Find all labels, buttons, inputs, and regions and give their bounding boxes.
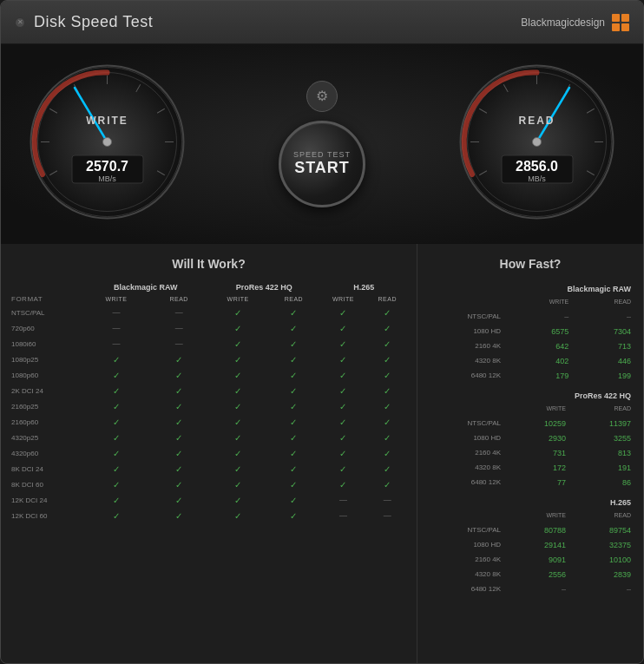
table-cell: ✓ [82,414,149,430]
table-row: 2K DCI 24✓✓✓✓✓✓ [10,383,408,398]
table-cell: ✓ [319,352,366,367]
table-cell: — [82,305,149,320]
table-cell: ✓ [267,383,319,398]
how-fast-group: H.265WRITEREADNTSC/PAL80788897541080 HD2… [426,493,634,596]
how-fast-row: 1080 HD65757304 [426,324,634,339]
table-cell: ✓ [319,414,366,430]
table-cell: ✓ [367,352,408,367]
column-header: WRITE [504,508,569,523]
table-cell: ✓ [149,430,207,445]
speed-value: 7304 [572,324,634,339]
how-fast-content: Blackmagic RAWWRITEREADNTSC/PAL––1080 HD… [426,279,634,596]
how-fast-table: Blackmagic RAWWRITEREADNTSC/PAL––1080 HD… [426,279,634,383]
start-button[interactable]: SPEED TEST START [279,121,365,207]
format-subheader: FORMAT [10,293,82,305]
table-cell: ✓ [208,461,268,477]
pr-write-header: WRITE [208,293,268,305]
row-label: 6480 12K [426,368,504,383]
table-row: 720p60——✓✓✓✓ [10,320,408,336]
row-label: 2160 4K [426,445,504,460]
speed-value: 2839 [569,567,634,582]
table-cell: ✓ [82,461,149,477]
table-cell: 2160p25 [10,398,82,414]
svg-text:WRITE: WRITE [86,115,128,127]
table-cell: ✓ [267,477,319,492]
speed-value: – [504,582,569,596]
speed-value: 80788 [504,523,569,537]
svg-point-32 [533,138,542,147]
speed-value: 89754 [569,523,634,537]
column-header: WRITE [504,401,569,416]
app-title: Disk Speed Test [34,13,153,31]
table-cell: ✓ [367,305,408,320]
speed-value: 86 [569,475,634,490]
table-cell: 2K DCI 24 [10,383,82,398]
format-header [10,279,82,293]
how-fast-row: 6480 12K–– [426,582,634,596]
row-label: 1080 HD [426,431,504,445]
table-cell: — [319,508,366,523]
close-button[interactable]: ✕ [15,17,25,28]
svg-text:2856.0: 2856.0 [516,159,558,174]
table-cell: ✓ [319,398,366,414]
table-cell: ✓ [267,320,319,336]
table-cell: ✓ [149,477,207,492]
speed-value: 402 [504,353,572,368]
how-fast-row: 1080 HD2914132375 [426,537,634,552]
table-cell: ✓ [267,336,319,352]
settings-button[interactable]: ⚙ [306,81,338,112]
table-cell: ✓ [208,336,268,352]
table-cell: — [82,336,149,352]
table-cell: ✓ [367,398,408,414]
table-cell: ✓ [267,492,319,508]
table-row: 4320p60✓✓✓✓✓✓ [10,445,408,461]
table-cell: — [367,492,408,508]
speed-value: 9091 [504,552,569,567]
group-name-label: Blackmagic RAW [426,279,634,294]
table-cell: — [149,336,207,352]
read-gauge: READ 2856.0 MB/s [457,62,617,226]
will-it-work-panel: Will It Work? Blackmagic RAW ProRes 422 … [1,244,417,663]
column-header: READ [569,401,634,416]
speed-value: – [569,582,634,596]
table-cell: ✓ [367,383,408,398]
speed-value: 642 [504,339,572,353]
table-cell: ✓ [208,445,268,461]
row-label: NTSC/PAL [426,309,504,324]
how-fast-table: H.265WRITEREADNTSC/PAL80788897541080 HD2… [426,493,634,596]
table-cell: ✓ [319,367,366,383]
row-label: 6480 12K [426,475,504,490]
table-cell: ✓ [267,430,319,445]
how-fast-row: 6480 12K179199 [426,368,634,383]
speed-value: 172 [504,460,569,475]
speed-value: 446 [572,353,634,368]
svg-text:MB/s: MB/s [98,174,116,183]
table-cell: ✓ [367,445,408,461]
group-name-label: H.265 [426,493,634,508]
row-label: 4320 8K [426,353,504,368]
title-bar-left: ✕ Disk Speed Test [15,13,153,31]
table-row: 12K DCI 60✓✓✓✓—— [10,508,408,523]
table-cell: ✓ [208,430,268,445]
speed-value: 11397 [569,416,634,431]
how-fast-row: 2160 4K731813 [426,445,634,460]
table-cell: — [149,320,207,336]
how-fast-title: How Fast? [426,257,634,271]
table-cell: ✓ [319,445,366,461]
table-cell: 1080p60 [10,367,82,383]
speed-value: – [504,309,572,324]
table-cell: ✓ [208,367,268,383]
speed-value: 32375 [569,537,634,552]
table-cell: — [367,508,408,523]
table-cell: 8K DCI 60 [10,477,82,492]
table-cell: ✓ [319,383,366,398]
table-cell: ✓ [208,383,268,398]
speed-value: 10100 [569,552,634,567]
table-cell: ✓ [208,477,268,492]
table-cell: ✓ [149,461,207,477]
table-cell: ✓ [267,352,319,367]
column-header: READ [569,508,634,523]
table-cell: ✓ [149,492,207,508]
will-it-work-table: Blackmagic RAW ProRes 422 HQ H.265 FORMA… [10,279,408,523]
how-fast-row: 6480 12K7786 [426,475,634,490]
